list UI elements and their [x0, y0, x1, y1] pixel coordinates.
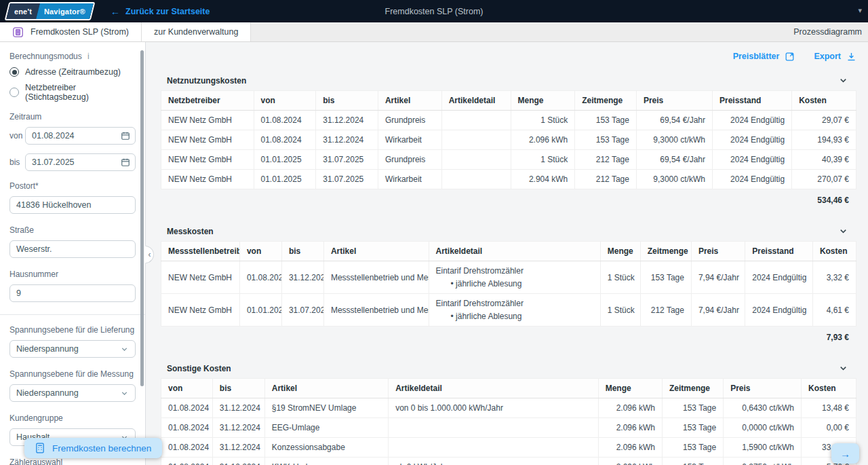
sidebar-divider — [0, 314, 145, 315]
table-cell: 2024 Endgültig — [745, 261, 813, 294]
table-cell: 1 Stück — [600, 261, 640, 294]
info-icon[interactable]: i — [87, 52, 90, 61]
column-header: bis — [212, 379, 264, 398]
table-cell: 31.12.2024 — [212, 418, 264, 438]
column-header: Preis — [724, 379, 802, 398]
chevron-down-icon[interactable] — [838, 226, 848, 236]
table-row: 01.08.202431.12.2024KWK-Umlageab 0 kWh/J… — [161, 458, 856, 465]
table-row: NEW Netz GmbH01.01.202531.07.2025Wirkarb… — [161, 170, 856, 189]
table-cell: NEW Netz GmbH — [161, 130, 254, 150]
date-to-input[interactable] — [25, 153, 136, 171]
table-cell: 01.08.2024 — [239, 261, 281, 294]
next-step-button[interactable]: → — [831, 443, 859, 464]
back-link-label: Zurück zur Startseite — [125, 7, 210, 16]
section-title: Sonstige Kosten — [167, 364, 231, 373]
table-cell: 153 Tage — [663, 458, 724, 465]
table-cell: Messstellenbetrieb und Messung — [323, 294, 429, 327]
spannung-messung-select[interactable]: Niederspannung — [9, 384, 136, 402]
table-cell: 01.08.2024 — [254, 130, 316, 150]
table-cell: 31.12.2024 — [316, 130, 378, 150]
table-cell: 212 Tage — [575, 150, 637, 170]
table-cell: 9,3000 ct/kWh — [636, 130, 712, 150]
table-cell: 40,39 € — [792, 150, 856, 170]
preisblaetter-link[interactable]: Preisblätter — [733, 52, 795, 62]
arrow-right-icon: → — [840, 448, 850, 460]
strasse-input[interactable] — [9, 240, 136, 258]
table-cell: 212 Tage — [640, 294, 691, 327]
postort-input[interactable] — [9, 196, 136, 214]
table-cell: Grundpreis — [378, 150, 441, 170]
column-header: Zeitmenge — [575, 91, 637, 111]
column-header: von — [239, 242, 281, 261]
table-cell — [441, 170, 511, 189]
tab-kundenverwaltung[interactable]: zur Kundenverwaltung — [142, 22, 251, 41]
table-cell: 01.01.2025 — [254, 170, 316, 189]
radio-selected-icon — [9, 67, 19, 77]
table-header-row: vonbisArtikelArtikeldetailMengeZeitmenge… — [161, 379, 856, 398]
enet-navigator-logo[interactable]: ene't Navigator® — [5, 2, 96, 20]
table-cell: 153 Tage — [663, 398, 724, 418]
table-cell: 29,07 € — [792, 111, 856, 130]
chevron-down-icon[interactable] — [838, 363, 848, 373]
table-cell — [389, 418, 599, 438]
table-cell: Wirkarbeit — [378, 130, 441, 150]
column-header: Kosten — [792, 91, 856, 111]
table-cell: 2.096 kWh — [598, 458, 662, 465]
table-header-row: NetzbetreibervonbisArtikelArtikeldetailM… — [161, 91, 856, 111]
required-asterisk: * — [35, 181, 39, 191]
data-table: MessstellenbetreibervonbisArtikelArtikel… — [161, 241, 856, 327]
spannung-lieferung-select[interactable]: Niederspannung — [9, 340, 136, 358]
section-netznutzungskosten: Netznutzungskosten NetzbetreibervonbisAr… — [161, 71, 856, 205]
back-to-start-link[interactable]: ← Zurück zur Startseite — [111, 7, 210, 16]
table-cell: 01.08.2024 — [161, 458, 213, 465]
radio-label: Adresse (Zeitraumbezug) — [25, 67, 121, 77]
table-cell: Wirkarbeit — [378, 170, 441, 189]
column-header: Artikeldetail — [429, 242, 600, 261]
prozessdiagramm-link[interactable]: Prozessdiagramm — [793, 22, 868, 41]
sidebar-scrollbar[interactable] — [140, 50, 144, 386]
column-header: Artikel — [378, 91, 441, 111]
calculate-button-label: Fremdkosten berechnen — [52, 443, 151, 453]
radio-adresse-zeitraumbezug[interactable]: Adresse (Zeitraumbezug) — [9, 67, 136, 77]
table-cell: 2.096 kWh — [598, 418, 662, 438]
table-cell: NEW Netz GmbH — [161, 150, 254, 170]
column-header: Zeitmenge — [640, 242, 691, 261]
column-header: von — [161, 379, 213, 398]
table-cell: 2.096 kWh — [598, 438, 662, 458]
column-header: Artikel — [264, 379, 388, 398]
fremdkosten-berechnen-button[interactable]: Fremdkosten berechnen — [24, 438, 162, 458]
logo-product-text: Navigator® — [44, 7, 85, 16]
document-icon — [12, 26, 24, 38]
table-cell: 1,5900 ct/kWh — [724, 438, 802, 458]
table-cell: 31.07.2025 — [316, 150, 378, 170]
section-total: 7,93 € — [161, 327, 856, 342]
table-cell: NEW Netz GmbH — [161, 294, 240, 327]
download-icon — [846, 52, 856, 62]
table-cell: 31.12.2024 — [212, 458, 264, 465]
date-from-input[interactable] — [25, 127, 136, 145]
table-cell: Grundpreis — [378, 111, 441, 130]
strasse-label: Straße — [9, 225, 136, 235]
chevron-down-icon[interactable] — [838, 75, 848, 86]
column-header: Preis — [691, 242, 745, 261]
chevron-down-icon[interactable]: ▾ — [858, 6, 862, 15]
radio-netzbetreiber-stichtagsbezug[interactable]: Netzbetreiber (Stichtagsbezug) — [9, 83, 136, 102]
section-header-sonstige-kosten[interactable]: Sonstige Kosten — [161, 358, 856, 378]
table-cell: 270,07 € — [792, 170, 856, 189]
table-cell: 0,6430 ct/kWh — [724, 398, 802, 418]
section-title: Messkosten — [167, 227, 214, 236]
table-cell: 212 Tage — [575, 170, 637, 189]
section-header-netznutzungskosten[interactable]: Netznutzungskosten — [161, 71, 856, 90]
table-cell — [441, 111, 511, 130]
table-row: 01.08.202431.12.2024EEG-Umlage2.096 kWh1… — [161, 418, 856, 438]
section-header-messkosten[interactable]: Messkosten — [161, 221, 856, 241]
column-header: Artikel — [323, 242, 429, 261]
tab-fremdkosten-slp[interactable]: Fremdkosten SLP (Strom) — [0, 22, 142, 41]
table-cell: 31.07.2025 — [281, 294, 323, 327]
sonstige-kosten-table: vonbisArtikelArtikeldetailMengeZeitmenge… — [161, 378, 856, 465]
table-cell: 7,94 €/Jahr — [691, 294, 745, 327]
table-row: NEW Netz GmbH01.01.202531.07.2025Messste… — [161, 294, 856, 327]
hausnummer-input[interactable] — [9, 284, 136, 302]
table-cell: 69,54 €/Jahr — [636, 150, 712, 170]
export-link[interactable]: Export — [814, 52, 856, 62]
